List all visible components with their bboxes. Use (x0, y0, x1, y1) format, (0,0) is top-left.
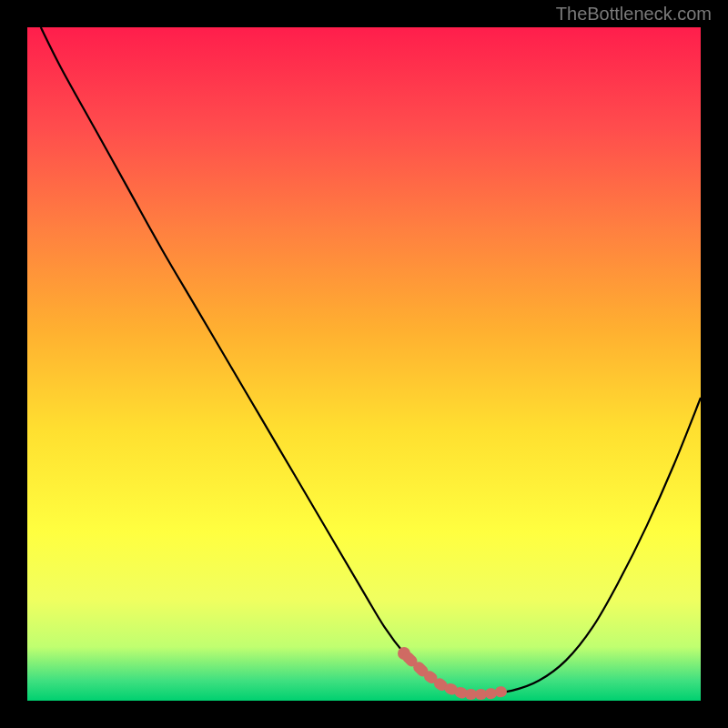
watermark-text: TheBottleneck.com (556, 4, 712, 25)
chart-plot-area (27, 27, 701, 701)
bottleneck-curve (27, 27, 701, 701)
